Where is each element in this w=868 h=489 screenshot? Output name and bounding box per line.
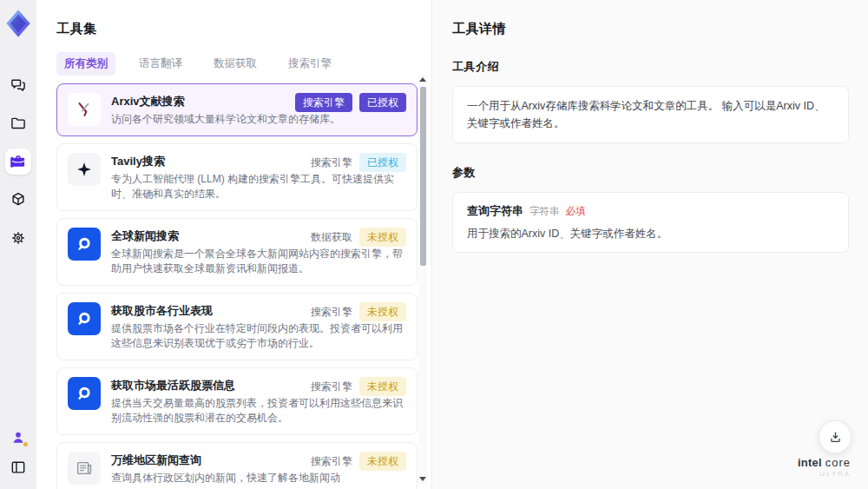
intro-card: 一个用于从Arxiv存储库搜索科学论文和文章的工具。 输入可以是Arxiv ID… — [452, 86, 849, 143]
sidebar-item-collapse-panel[interactable] — [5, 454, 31, 480]
tool-icon — [68, 153, 101, 186]
tool-category-badge: 搜索引擎 — [295, 93, 352, 112]
tool-tags: 搜索引擎 未授权 — [311, 452, 406, 471]
category-tab[interactable]: 搜索引擎 — [280, 52, 339, 76]
tools-panel: 工具集 所有类别语言翻译数据获取搜索引擎 Arxiv文献搜索 访问各个研究领域大… — [36, 0, 431, 489]
params-heading: 参数 — [452, 165, 849, 181]
tool-icon — [68, 228, 101, 261]
tool-tags: 搜索引擎 未授权 — [311, 302, 406, 321]
tool-tags: 搜索引擎 已授权 — [311, 153, 406, 172]
briefcase-icon — [10, 153, 27, 170]
tool-description: 提供当天交易量最高的股票列表，投资者可以利用这些信息来识别流动性强的股票和潜在的… — [111, 396, 404, 426]
category-tab[interactable]: 数据获取 — [206, 52, 265, 76]
sidebar-item-files[interactable] — [5, 110, 31, 136]
download-icon — [828, 430, 843, 445]
tool-list-item[interactable]: 获取股市各行业表现 提供股票市场各个行业在特定时间段内的表现。投资者可以利用这些… — [56, 293, 418, 360]
sidebar-item-packages[interactable] — [5, 187, 31, 213]
scrollbar-down-arrow-icon[interactable] — [419, 477, 426, 481]
scrollbar-thumb[interactable] — [420, 87, 426, 266]
tool-icon — [68, 377, 101, 410]
intro-heading: 工具介绍 — [452, 59, 849, 75]
brand-sub: ULTRA — [798, 470, 851, 478]
param-type: 字符串 — [529, 205, 560, 218]
param-head: 查询字符串 字符串 必填 — [467, 203, 834, 219]
brand-intel: intel — [798, 456, 822, 469]
sidebar-item-settings[interactable] — [5, 225, 31, 251]
split-panel-icon — [10, 459, 27, 476]
gear-icon — [10, 229, 27, 247]
tool-auth-badge: 未授权 — [359, 452, 406, 471]
category-tab[interactable]: 语言翻译 — [131, 52, 190, 76]
app-logo — [3, 7, 33, 40]
param-description: 用于搜索的Arxiv ID、关键字或作者姓名。 — [467, 227, 834, 241]
tool-list-item[interactable]: 全球新闻搜索 全球新闻搜索是一个聚合全球各大新闻网站内容的搜索引擎，帮助用户快速… — [56, 218, 418, 286]
sidebar-item-chat[interactable] — [5, 72, 31, 98]
param-required-badge: 必填 — [566, 205, 586, 218]
page-title: 工具集 — [56, 21, 431, 37]
tool-icon — [68, 93, 101, 126]
tool-list-item[interactable]: 万维地区新闻查询 查询具体行政区划内的新闻，快速了解各地新闻动 搜索引擎 未授权 — [56, 442, 418, 489]
tool-list-item[interactable]: Arxiv文献搜索 访问各个研究领域大量科学论文和文章的存储库。 搜索引擎 已授… — [56, 83, 418, 136]
tool-tags: 数据获取 未授权 — [311, 228, 406, 247]
chat-icon — [10, 76, 27, 94]
cube-icon — [10, 191, 27, 208]
tool-category-badge: 搜索引擎 — [311, 153, 352, 172]
category-tab[interactable]: 所有类别 — [56, 52, 115, 76]
tool-description: 专为人工智能代理 (LLM) 构建的搜索引擎工具。可快速提供实时、准确和真实的结… — [111, 172, 404, 202]
tool-icon — [68, 452, 101, 485]
tool-category-badge: 数据获取 — [311, 228, 352, 247]
tool-list: Arxiv文献搜索 访问各个研究领域大量科学论文和文章的存储库。 搜索引擎 已授… — [56, 83, 418, 489]
tool-detail-panel: 工具详情 工具介绍 一个用于从Arxiv存储库搜索科学论文和文章的工具。 输入可… — [431, 0, 868, 489]
tool-description: 查询具体行政区划内的新闻，快速了解各地新闻动 — [111, 471, 404, 486]
tool-auth-badge: 已授权 — [359, 153, 406, 172]
tool-auth-badge: 未授权 — [359, 302, 406, 321]
gem-logo-icon — [3, 9, 33, 38]
left-rail — [0, 0, 36, 489]
download-button[interactable] — [819, 420, 852, 453]
param-card: 查询字符串 字符串 必填 用于搜索的Arxiv ID、关键字或作者姓名。 — [452, 192, 849, 253]
detail-title: 工具详情 — [452, 21, 849, 37]
tool-auth-badge: 已授权 — [359, 93, 406, 112]
brand-core: core — [825, 456, 851, 469]
param-name: 查询字符串 — [467, 203, 523, 219]
tool-tags: 搜索引擎 已授权 — [295, 93, 406, 112]
tool-auth-badge: 未授权 — [359, 377, 406, 396]
tool-category-badge: 搜索引擎 — [311, 377, 352, 396]
tool-category-badge: 搜索引擎 — [311, 302, 352, 321]
tool-description: 提供股票市场各个行业在特定时间段内的表现。投资者可以利用这些信息来识别表现优于或… — [111, 321, 404, 351]
scrollbar-up-arrow-icon[interactable] — [419, 77, 426, 82]
sidebar-item-toolbox[interactable] — [5, 149, 31, 175]
param-list: 查询字符串 字符串 必填 用于搜索的Arxiv ID、关键字或作者姓名。 — [452, 192, 849, 253]
intel-core-logo: intelcore ULTRA — [798, 456, 851, 478]
sidebar-item-account[interactable] — [5, 425, 31, 451]
category-tabs: 所有类别语言翻译数据获取搜索引擎 — [56, 52, 431, 76]
tool-auth-badge: 未授权 — [359, 228, 406, 247]
tool-description: 访问各个研究领域大量科学论文和文章的存储库。 — [111, 112, 404, 127]
list-scrollbar[interactable] — [418, 75, 427, 484]
tool-icon — [68, 302, 101, 335]
status-dot — [23, 442, 28, 446]
tool-tags: 搜索引擎 未授权 — [311, 377, 406, 396]
folder-icon — [10, 115, 27, 132]
tool-list-item[interactable]: 获取市场最活跃股票信息 提供当天交易量最高的股票列表，投资者可以利用这些信息来识… — [56, 367, 418, 435]
tool-category-badge: 搜索引擎 — [311, 452, 352, 471]
tool-description: 全球新闻搜索是一个聚合全球各大新闻网站内容的搜索引擎，帮助用户快速获取全球最新资… — [111, 247, 404, 276]
tool-list-item[interactable]: Tavily搜索 专为人工智能代理 (LLM) 构建的搜索引擎工具。可快速提供实… — [56, 143, 418, 211]
intro-text: 一个用于从Arxiv存储库搜索科学论文和文章的工具。 输入可以是Arxiv ID… — [467, 97, 834, 132]
